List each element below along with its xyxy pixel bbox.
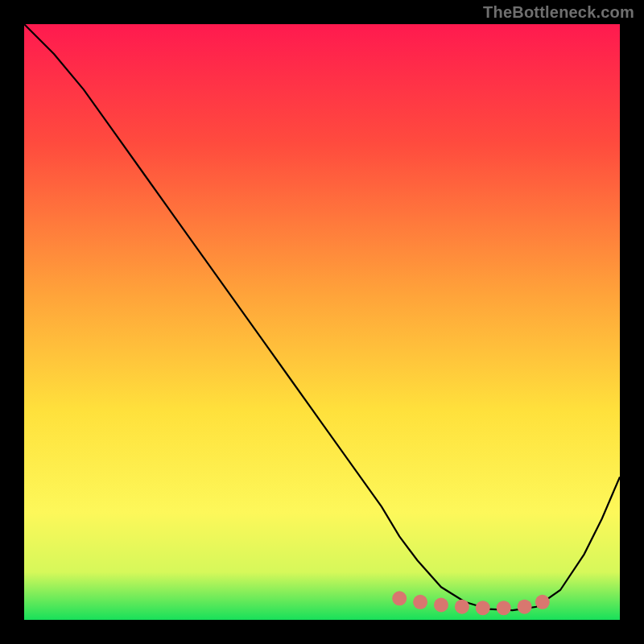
highlight-dot xyxy=(535,595,550,609)
highlight-dot xyxy=(392,591,407,605)
chart-frame: TheBottleneck.com xyxy=(0,0,644,644)
chart-svg xyxy=(24,24,620,620)
highlight-dot xyxy=(413,595,427,609)
highlight-dot xyxy=(476,601,490,615)
gradient-background xyxy=(24,24,620,620)
plot-area xyxy=(24,24,620,620)
highlight-dot xyxy=(434,598,448,613)
watermark-text: TheBottleneck.com xyxy=(483,3,634,22)
highlight-dot xyxy=(455,600,469,614)
highlight-dot xyxy=(518,600,532,614)
highlight-dot xyxy=(497,601,511,615)
